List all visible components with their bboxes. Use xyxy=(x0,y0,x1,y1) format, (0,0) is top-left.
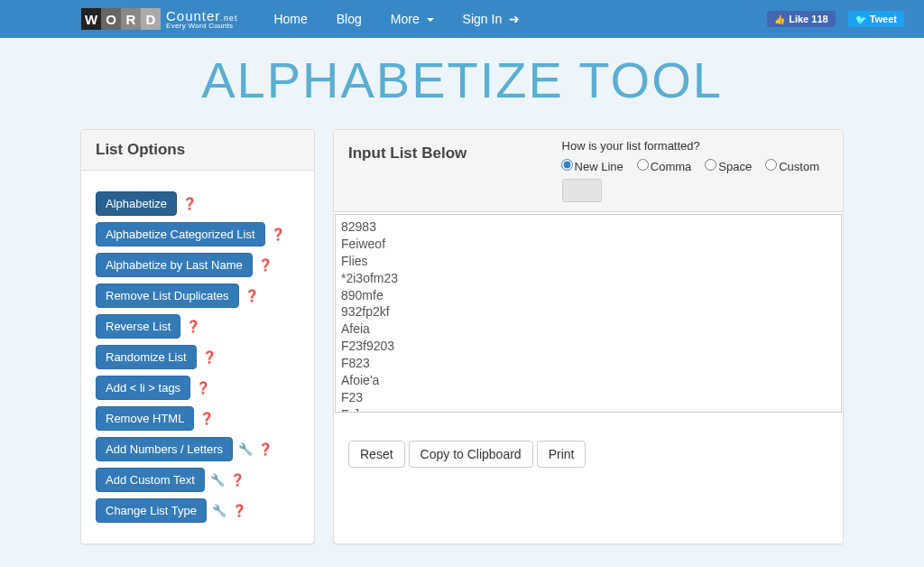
option-row: Add < li > tags❓ xyxy=(96,376,300,400)
logo-text: Counter.net Every Word Counts xyxy=(166,9,237,30)
input-panel-heading: Input List Below How is your list format… xyxy=(334,130,843,212)
format-radio[interactable] xyxy=(765,159,777,171)
main-container: List Options Alphabetize❓Alphabetize Cat… xyxy=(80,129,844,544)
logo-letter: R xyxy=(121,8,141,30)
nav-more-label: More xyxy=(391,12,420,26)
page-title: ALPHABETIZE TOOL xyxy=(0,51,924,109)
help-icon[interactable]: ❓ xyxy=(202,350,217,364)
custom-separator-input[interactable] xyxy=(562,179,602,202)
format-options: New LineCommaSpaceCustom xyxy=(557,156,828,173)
signin-icon: ➔ xyxy=(505,12,520,26)
logo-letter: W xyxy=(81,8,101,30)
list-options-body: Alphabetize❓Alphabetize Categorized List… xyxy=(81,171,314,544)
help-icon[interactable]: ❓ xyxy=(245,289,259,302)
wrench-icon[interactable]: 🔧 xyxy=(212,504,226,517)
list-options-panel: List Options Alphabetize❓Alphabetize Cat… xyxy=(80,129,315,544)
option-row: Alphabetize Categorized List❓ xyxy=(96,222,300,246)
option-row: Randomize List❓ xyxy=(96,345,300,369)
action-row: Reset Copy to Clipboard Print xyxy=(334,428,843,482)
format-radio[interactable] xyxy=(705,159,716,171)
logo-letter: O xyxy=(101,8,121,30)
option-button-remove-list-duplicates[interactable]: Remove List Duplicates xyxy=(96,284,239,308)
list-options-heading: List Options xyxy=(81,130,314,171)
facebook-like-label: Like 118 xyxy=(789,14,827,24)
help-icon[interactable]: ❓ xyxy=(258,258,273,272)
copy-clipboard-button[interactable]: Copy to Clipboard xyxy=(409,441,533,468)
format-radio[interactable] xyxy=(637,159,649,171)
option-row: Reverse List❓ xyxy=(96,314,300,339)
input-panel-title: Input List Below xyxy=(348,144,467,163)
option-row: Add Numbers / Letters🔧❓ xyxy=(96,437,300,461)
option-row: Change List Type🔧❓ xyxy=(96,498,300,523)
option-row: Remove HTML❓ xyxy=(96,406,300,431)
help-icon[interactable]: ❓ xyxy=(186,320,200,333)
twitter-tweet-label: Tweet xyxy=(870,14,897,24)
help-icon[interactable]: ❓ xyxy=(230,473,245,487)
option-button-remove-html[interactable]: Remove HTML xyxy=(96,406,194,431)
nav-blog[interactable]: Blog xyxy=(324,3,374,35)
twitter-tweet-button[interactable]: Tweet xyxy=(848,11,904,27)
nav-social: Like 118 Tweet xyxy=(767,11,904,27)
wrench-icon[interactable]: 🔧 xyxy=(238,442,253,456)
logo-letter: D xyxy=(141,8,161,30)
option-row: Add Custom Text🔧❓ xyxy=(96,468,300,492)
format-option-new-line[interactable]: New Line xyxy=(557,160,624,173)
help-icon[interactable]: ❓ xyxy=(232,504,246,517)
wrench-icon[interactable]: 🔧 xyxy=(210,473,225,487)
input-panel: Input List Below How is your list format… xyxy=(333,129,844,544)
option-button-change-list-type[interactable]: Change List Type xyxy=(96,498,207,523)
help-icon[interactable]: ❓ xyxy=(199,412,214,425)
chevron-down-icon xyxy=(427,18,434,22)
logo-letter-boxes: W O R D xyxy=(81,8,161,30)
format-question: How is your list formatted? xyxy=(562,139,828,153)
option-row: Alphabetize❓ xyxy=(96,191,300,216)
textarea-wrap xyxy=(334,212,843,415)
option-button-alphabetize-by-last-name[interactable]: Alphabetize by Last Name xyxy=(96,253,253,277)
option-row: Remove List Duplicates❓ xyxy=(96,284,300,308)
option-button-add-li-tags[interactable]: Add < li > tags xyxy=(96,376,190,400)
logo-tagline: Every Word Counts xyxy=(166,23,237,30)
option-button-alphabetize-categorized-list[interactable]: Alphabetize Categorized List xyxy=(96,222,265,246)
format-radio[interactable] xyxy=(561,159,573,171)
format-option-comma[interactable]: Comma xyxy=(633,160,692,173)
nav-more[interactable]: More xyxy=(378,3,447,35)
help-icon[interactable]: ❓ xyxy=(182,197,197,210)
format-option-space[interactable]: Space xyxy=(700,160,752,173)
facebook-like-button[interactable]: Like 118 xyxy=(767,11,835,27)
option-button-randomize-list[interactable]: Randomize List xyxy=(96,345,197,369)
help-icon[interactable]: ❓ xyxy=(271,228,285,241)
logo-main: Counter xyxy=(166,8,220,23)
option-button-reverse-list[interactable]: Reverse List xyxy=(96,314,180,339)
logo-tld: .net xyxy=(220,14,237,23)
site-logo[interactable]: W O R D Counter.net Every Word Counts xyxy=(81,8,237,30)
option-button-add-numbers-letters[interactable]: Add Numbers / Letters xyxy=(96,437,233,461)
nav-signin-label: Sign In xyxy=(463,12,503,26)
format-block: How is your list formatted? New LineComm… xyxy=(557,139,828,202)
nav-signin[interactable]: Sign In ➔ xyxy=(450,3,532,35)
list-textarea[interactable] xyxy=(335,214,842,413)
nav-links: Home Blog More Sign In ➔ xyxy=(261,3,532,35)
help-icon[interactable]: ❓ xyxy=(196,381,210,395)
format-option-custom[interactable]: Custom xyxy=(761,160,819,173)
bird-icon xyxy=(855,14,866,24)
reset-button[interactable]: Reset xyxy=(348,441,405,468)
option-button-add-custom-text[interactable]: Add Custom Text xyxy=(96,468,205,492)
help-icon[interactable]: ❓ xyxy=(258,442,273,456)
top-navbar: W O R D Counter.net Every Word Counts Ho… xyxy=(0,0,924,38)
nav-home[interactable]: Home xyxy=(261,3,319,35)
option-row: Alphabetize by Last Name❓ xyxy=(96,253,300,277)
thumb-icon xyxy=(774,14,785,24)
list-options-title: List Options xyxy=(96,141,300,159)
print-button[interactable]: Print xyxy=(537,441,587,468)
option-button-alphabetize[interactable]: Alphabetize xyxy=(96,191,177,216)
